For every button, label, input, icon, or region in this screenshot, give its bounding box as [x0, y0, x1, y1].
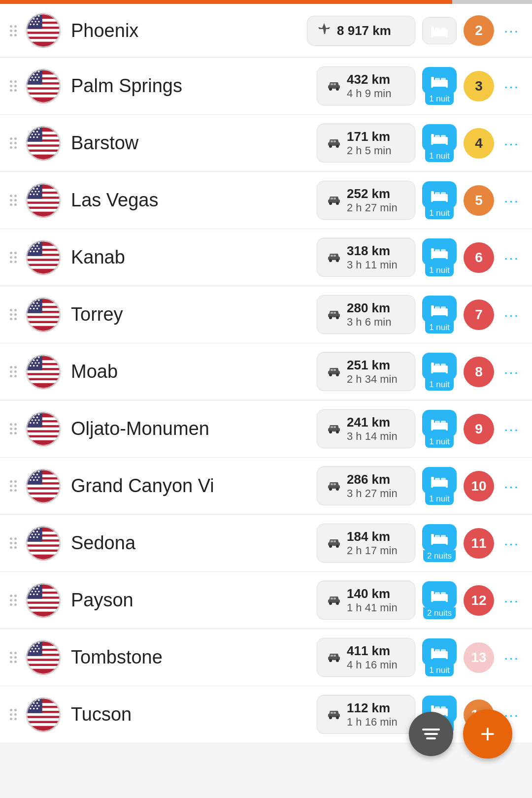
- distance-box[interactable]: 432 km4 h 9 min: [317, 66, 415, 105]
- drag-handle[interactable]: [10, 652, 17, 663]
- svg-rect-59: [446, 85, 448, 88]
- drag-handle[interactable]: [10, 309, 17, 320]
- distance-box[interactable]: 184 km2 h 17 min: [317, 524, 415, 563]
- distance-box[interactable]: 171 km2 h 5 min: [317, 124, 415, 163]
- svg-point-222: [329, 373, 332, 376]
- svg-point-138: [28, 242, 30, 243]
- night-box[interactable]: 1 nuit: [422, 67, 457, 105]
- country-flag: [26, 297, 61, 332]
- drag-handle[interactable]: [10, 709, 17, 720]
- city-name: Barstow: [71, 133, 317, 154]
- distance-info: 252 km2 h 27 min: [347, 186, 398, 214]
- more-options-button[interactable]: ···: [501, 78, 522, 95]
- night-box[interactable]: 2 nuits: [422, 581, 457, 619]
- svg-point-182: [38, 305, 39, 306]
- svg-rect-102: [27, 209, 60, 212]
- svg-point-286: [33, 479, 34, 480]
- car-icon: [326, 476, 342, 496]
- drag-handle[interactable]: [10, 80, 17, 92]
- more-options-button[interactable]: ···: [501, 192, 522, 209]
- bed-icon: [422, 581, 457, 608]
- svg-point-320: [33, 536, 34, 537]
- night-box[interactable]: 1 nuit: [422, 638, 457, 676]
- more-options-button[interactable]: ···: [501, 535, 522, 552]
- distance-time: 4 h 16 min: [347, 659, 398, 671]
- drag-handle[interactable]: [10, 480, 17, 492]
- night-box[interactable]: 1 nuit: [422, 124, 457, 162]
- distance-box[interactable]: 241 km3 h 14 min: [317, 409, 415, 448]
- svg-point-178: [36, 302, 38, 303]
- svg-rect-397: [431, 648, 434, 653]
- svg-rect-23: [431, 27, 434, 32]
- list-item: Barstow 171 km2 h 5 min 1 nuit4···: [0, 115, 532, 172]
- svg-point-155: [336, 259, 339, 262]
- drag-handle[interactable]: [10, 137, 17, 149]
- svg-point-212: [36, 359, 38, 361]
- distance-box[interactable]: 140 km1 h 41 min: [317, 581, 415, 620]
- car-icon: [326, 419, 342, 438]
- night-box[interactable]: 1 nuit: [422, 238, 457, 276]
- svg-point-279: [33, 473, 34, 475]
- svg-point-17: [38, 21, 39, 22]
- svg-point-274: [28, 470, 30, 472]
- more-options-button[interactable]: ···: [501, 22, 522, 39]
- night-box[interactable]: 1 nuit: [422, 353, 457, 391]
- drag-handle[interactable]: [10, 595, 17, 606]
- svg-rect-196: [435, 306, 440, 310]
- more-options-button[interactable]: ···: [501, 364, 522, 380]
- svg-point-144: [36, 245, 38, 246]
- night-box[interactable]: [422, 17, 457, 44]
- distance-info: 251 km2 h 34 min: [347, 358, 398, 386]
- distance-box[interactable]: 286 km3 h 27 min: [317, 466, 415, 505]
- drag-handle[interactable]: [10, 252, 17, 263]
- svg-point-87: [336, 145, 339, 148]
- drag-handle[interactable]: [10, 25, 17, 36]
- svg-rect-368: [431, 596, 448, 597]
- more-options-button[interactable]: ···: [501, 135, 522, 152]
- night-box[interactable]: 1 nuit: [422, 410, 457, 448]
- night-box[interactable]: 1 nuit: [422, 181, 457, 219]
- svg-rect-398: [431, 656, 433, 659]
- distance-box[interactable]: 280 km3 h 6 min: [317, 295, 415, 334]
- distance-box[interactable]: 112 km1 h 16 min: [317, 695, 415, 734]
- bed-icon: [422, 638, 457, 665]
- svg-rect-203: [27, 375, 60, 378]
- svg-rect-92: [431, 142, 433, 145]
- svg-point-350: [32, 591, 33, 592]
- drag-handle[interactable]: [10, 537, 17, 549]
- svg-point-290: [329, 488, 332, 491]
- country-flag: [26, 697, 61, 732]
- drag-handle[interactable]: [10, 423, 17, 434]
- distance-time: 3 h 11 min: [347, 259, 398, 271]
- more-options-button[interactable]: ···: [501, 649, 522, 666]
- distance-box[interactable]: 411 km4 h 16 min: [317, 638, 415, 677]
- svg-rect-271: [27, 489, 60, 492]
- more-options-button[interactable]: ···: [501, 478, 522, 495]
- distance-box[interactable]: 8 917 km: [307, 16, 415, 46]
- svg-point-253: [36, 422, 38, 423]
- night-box[interactable]: 1 nuit: [422, 467, 457, 505]
- distance-box[interactable]: 251 km2 h 34 min: [317, 352, 415, 391]
- filter-fab-button[interactable]: [409, 712, 453, 756]
- add-fab-button[interactable]: +: [463, 709, 512, 759]
- country-flag: [26, 354, 61, 390]
- stop-number: 2: [464, 15, 494, 46]
- svg-rect-259: [333, 426, 336, 428]
- distance-box[interactable]: 318 km3 h 11 min: [317, 238, 415, 277]
- svg-point-244: [30, 416, 31, 418]
- svg-point-172: [28, 299, 30, 300]
- night-box[interactable]: 1 nuit: [422, 296, 457, 333]
- more-options-button[interactable]: ···: [501, 421, 522, 437]
- svg-point-382: [36, 645, 38, 646]
- svg-point-71: [32, 128, 33, 129]
- drag-handle[interactable]: [10, 195, 17, 206]
- more-options-button[interactable]: ···: [501, 249, 522, 266]
- more-options-button[interactable]: ···: [501, 306, 522, 323]
- svg-point-8: [32, 15, 33, 17]
- night-box[interactable]: 2 nuits: [422, 524, 457, 562]
- drag-handle[interactable]: [10, 366, 17, 377]
- distance-box[interactable]: 252 km2 h 27 min: [317, 181, 415, 220]
- more-options-button[interactable]: ···: [501, 592, 522, 609]
- progress-bar: [0, 0, 532, 4]
- svg-point-74: [30, 131, 31, 132]
